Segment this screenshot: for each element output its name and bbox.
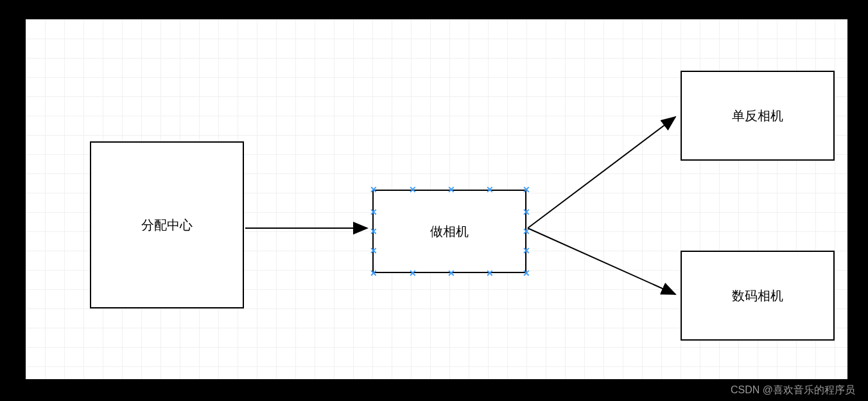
edge-make-to-slr[interactable] bbox=[528, 117, 675, 228]
node-label: 分配中心 bbox=[141, 217, 193, 234]
selection-handle-icon[interactable]: ✕ bbox=[409, 186, 415, 193]
selection-handle-icon[interactable]: ✕ bbox=[370, 186, 376, 193]
node-digital-camera[interactable]: 数码相机 bbox=[681, 251, 835, 341]
node-label: 数码相机 bbox=[732, 287, 783, 305]
node-make-camera[interactable]: 做相机 ✕ ✕ ✕ ✕ ✕ ✕ ✕ ✕ ✕ ✕ ✕ ✕ ✕ ✕ ✕ ✕ bbox=[372, 190, 526, 273]
selection-handle-icon[interactable]: ✕ bbox=[523, 228, 529, 235]
node-slr-camera[interactable]: 单反相机 bbox=[681, 71, 835, 161]
selection-handle-icon[interactable]: ✕ bbox=[523, 209, 529, 215]
selection-handle-icon[interactable]: ✕ bbox=[447, 270, 454, 276]
diagram-canvas[interactable]: 分配中心 做相机 ✕ ✕ ✕ ✕ ✕ ✕ ✕ ✕ ✕ ✕ ✕ ✕ ✕ ✕ ✕ ✕… bbox=[26, 19, 847, 379]
selection-handle-icon[interactable]: ✕ bbox=[447, 186, 454, 193]
selection-handle-icon[interactable]: ✕ bbox=[370, 247, 376, 254]
node-label: 做相机 bbox=[430, 223, 469, 240]
selection-handle-icon[interactable]: ✕ bbox=[523, 186, 529, 193]
selection-handle-icon[interactable]: ✕ bbox=[486, 270, 492, 276]
edge-make-to-digital[interactable] bbox=[528, 228, 675, 294]
node-label: 单反相机 bbox=[732, 107, 783, 125]
selection-handle-icon[interactable]: ✕ bbox=[486, 186, 492, 193]
selection-handle-icon[interactable]: ✕ bbox=[523, 270, 529, 276]
selection-handle-icon[interactable]: ✕ bbox=[370, 228, 376, 235]
watermark-text: CSDN @喜欢音乐的程序员 bbox=[731, 384, 855, 397]
selection-handle-icon[interactable]: ✕ bbox=[370, 270, 376, 276]
selection-handle-icon[interactable]: ✕ bbox=[370, 209, 376, 215]
selection-handle-icon[interactable]: ✕ bbox=[409, 270, 415, 276]
node-distribution-center[interactable]: 分配中心 bbox=[90, 141, 244, 308]
selection-handle-icon[interactable]: ✕ bbox=[523, 247, 529, 254]
